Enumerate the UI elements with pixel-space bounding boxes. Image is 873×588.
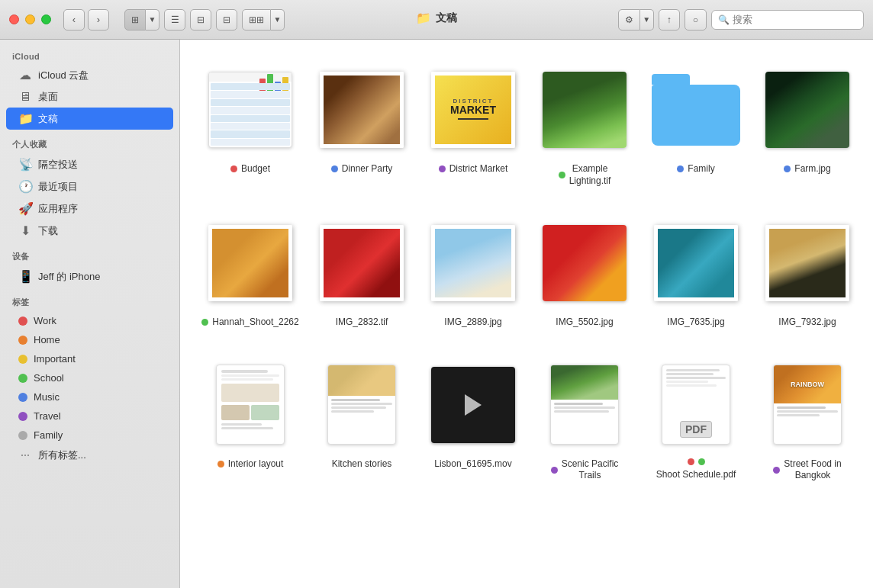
file-thumb-district-market: DISTRICT MARKET <box>424 61 522 159</box>
sidebar-item-tag-travel[interactable]: Travel <box>6 406 173 426</box>
view-list-button[interactable]: ☰ <box>164 9 185 31</box>
all-tags-label: 所有标签... <box>38 448 86 462</box>
all-tags-icon: ⋯ <box>18 450 32 461</box>
file-thumb-img5502 <box>536 214 633 312</box>
sidebar-item-tag-music[interactable]: Music <box>6 387 173 406</box>
nav-buttons: ‹ › <box>63 9 109 31</box>
file-item-hannah[interactable]: Hannah_Shoot_2262 <box>198 208 302 335</box>
icloud-drive-label: iCloud 云盘 <box>38 69 89 82</box>
work-tag-label: Work <box>34 315 56 326</box>
file-item-kitchen[interactable]: Kitchen stories <box>310 350 414 488</box>
close-button[interactable] <box>9 14 19 24</box>
file-item-dinner-party[interactable]: Dinner Party <box>310 55 414 193</box>
tags-section-title: 标签 <box>0 294 179 311</box>
family-tag-label: Family <box>34 429 63 441</box>
file-item-budget[interactable]: Budget <box>198 55 302 193</box>
sidebar-item-tag-all[interactable]: ⋯ 所有标签... <box>6 445 173 466</box>
sidebar-item-tag-family[interactable]: Family <box>6 426 173 445</box>
file-item-shoot-schedule[interactable]: PDF Shoot Schedule.pdf <box>644 350 748 488</box>
file-name-img7932: IMG_7932.jpg <box>778 316 836 329</box>
district-dot <box>439 165 446 172</box>
budget-dot <box>230 165 237 172</box>
sidebar-section-devices: 设备 📱 Jeff 的 iPhone <box>0 248 179 288</box>
file-name-shoot-schedule: Shoot Schedule.pdf <box>647 458 745 481</box>
file-item-street-food[interactable]: RAINBOW Street Food inBangkok <box>755 350 859 488</box>
file-name-kitchen: Kitchen stories <box>332 458 392 471</box>
sidebar-item-jeff-iphone[interactable]: 📱 Jeff 的 iPhone <box>6 265 173 288</box>
file-name-img2889: IMG_2889.jpg <box>444 316 501 329</box>
forward-button[interactable]: › <box>88 9 109 31</box>
search-bar[interactable]: 🔍 <box>711 10 864 30</box>
apps-icon: 🚀 <box>18 201 32 216</box>
settings-button[interactable]: ⚙ ▼ <box>618 9 654 31</box>
sidebar-item-tag-home[interactable]: Home <box>6 330 173 349</box>
file-name-family-folder: Family <box>677 163 714 175</box>
tag-button[interactable]: ○ <box>685 9 707 31</box>
file-name-dinner-party: Dinner Party <box>331 163 393 175</box>
sidebar-item-tag-school[interactable]: School <box>6 368 173 387</box>
hannah-dot <box>201 319 208 326</box>
downloads-label: 下载 <box>38 224 58 238</box>
sidebar-item-desktop[interactable]: 🖥 桌面 <box>6 86 173 108</box>
icloud-drive-icon: ☁ <box>18 68 32 82</box>
share-button[interactable]: ↑ <box>659 9 680 31</box>
file-item-img7932[interactable]: IMG_7932.jpg <box>755 208 859 335</box>
file-thumb-img2832 <box>313 214 411 312</box>
file-thumb-kitchen <box>313 356 411 454</box>
file-item-family-folder[interactable]: Family <box>644 55 748 193</box>
view-cover-button[interactable]: ⊟ <box>216 9 237 31</box>
sidebar-item-recents[interactable]: 🕐 最近项目 <box>6 175 173 198</box>
sidebar-item-tag-important[interactable]: Important <box>6 349 173 368</box>
file-item-example-lighting[interactable]: ExampleLighting.tif <box>533 55 636 193</box>
devices-section-title: 设备 <box>0 248 179 265</box>
file-item-img7635[interactable]: IMG_7635.jpg <box>644 208 748 335</box>
apps-label: 应用程序 <box>38 202 78 216</box>
school-tag-dot <box>18 374 27 383</box>
important-tag-label: Important <box>34 353 76 365</box>
documents-icon: 📁 <box>18 111 32 126</box>
sidebar-item-apps[interactable]: 🚀 应用程序 <box>6 198 173 220</box>
work-tag-dot <box>18 316 27 326</box>
file-name-lisbon: Lisbon_61695.mov <box>434 458 511 471</box>
sidebar-section-personal: 个人收藏 📡 隔空投送 🕐 最近项目 🚀 应用程序 ⬇ 下载 <box>0 136 179 242</box>
personal-section-title: 个人收藏 <box>0 136 179 153</box>
search-input[interactable] <box>733 14 855 25</box>
file-name-example-lighting: ExampleLighting.tif <box>559 163 611 187</box>
file-grid: Budget Dinner Party <box>198 55 855 488</box>
jeff-iphone-label: Jeff 的 iPhone <box>38 270 100 284</box>
view-grid-button[interactable]: ⊞ ▼ <box>124 9 159 31</box>
shoot-dot2 <box>698 458 705 465</box>
window-title: 文稿 <box>436 11 457 25</box>
minimize-button[interactable] <box>25 14 35 24</box>
sidebar-section-icloud: iCloud ☁ iCloud 云盘 🖥 桌面 📁 文稿 <box>0 49 179 130</box>
file-item-farm[interactable]: Farm.jpg <box>755 55 859 193</box>
sidebar-item-airdrop[interactable]: 📡 隔空投送 <box>6 153 173 175</box>
iphone-icon: 📱 <box>18 269 32 284</box>
file-item-img2832[interactable]: IMG_2832.tif <box>310 208 414 335</box>
back-button[interactable]: ‹ <box>63 9 85 31</box>
traffic-lights <box>9 14 51 24</box>
file-item-img5502[interactable]: IMG_5502.jpg <box>533 208 636 335</box>
view-size-button[interactable]: ⊞⊞ ▼ <box>242 9 285 31</box>
file-thumb-street-food: RAINBOW <box>759 356 856 454</box>
shoot-dot1 <box>688 458 694 465</box>
view-column-button[interactable]: ⊟ <box>190 9 211 31</box>
sidebar: iCloud ☁ iCloud 云盘 🖥 桌面 📁 文稿 个人收藏 📡 隔空投送… <box>0 40 180 588</box>
sidebar-item-downloads[interactable]: ⬇ 下载 <box>6 220 173 242</box>
sidebar-item-documents[interactable]: 📁 文稿 <box>6 108 173 130</box>
school-tag-label: School <box>34 372 64 384</box>
maximize-button[interactable] <box>41 14 51 24</box>
family-folder-dot <box>677 165 684 172</box>
search-icon: 🔍 <box>718 14 730 25</box>
file-item-lisbon[interactable]: Lisbon_61695.mov <box>421 350 525 488</box>
sidebar-item-tag-work[interactable]: Work <box>6 311 173 330</box>
file-item-img2889[interactable]: IMG_2889.jpg <box>421 208 525 335</box>
sidebar-item-icloud-drive[interactable]: ☁ iCloud 云盘 <box>6 64 173 86</box>
file-item-interior[interactable]: Interior layout <box>198 350 302 488</box>
file-item-scenic[interactable]: Scenic PacificTrails <box>533 350 636 488</box>
file-item-district-market[interactable]: DISTRICT MARKET District Market <box>421 55 525 193</box>
main-container: iCloud ☁ iCloud 云盘 🖥 桌面 📁 文稿 个人收藏 📡 隔空投送… <box>0 40 873 588</box>
desktop-label: 桌面 <box>38 90 58 104</box>
file-name-img5502: IMG_5502.jpg <box>556 316 613 329</box>
farm-dot <box>784 165 791 172</box>
